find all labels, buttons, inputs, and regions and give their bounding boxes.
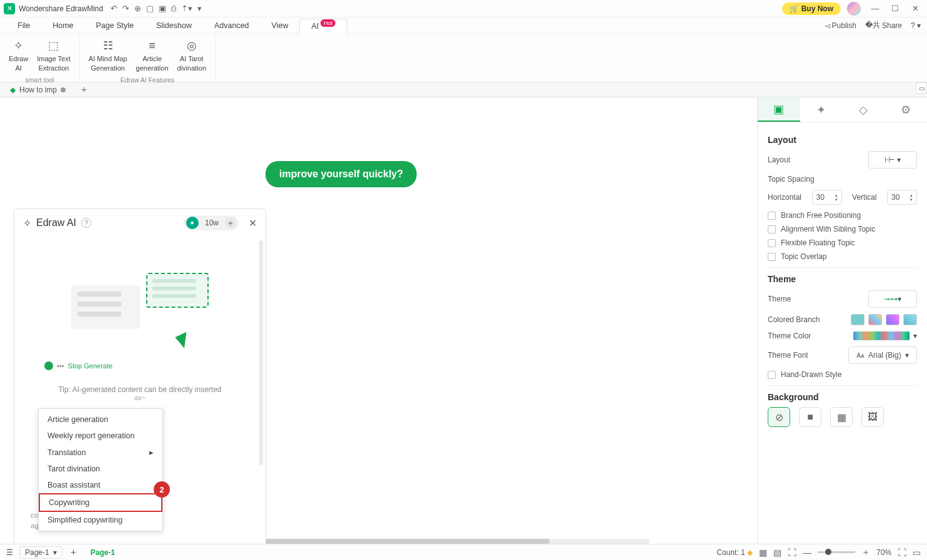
ai-panel-title: Edraw AI [36,217,76,228]
menu-slideshow[interactable]: Slideshow [145,19,203,32]
publish-button[interactable]: ◅ Publish [825,21,856,30]
fullscreen-icon[interactable]: ⛶ [898,548,906,558]
branch-swatch-2[interactable] [868,314,882,325]
ai-sparkle-icon: ✧ [23,217,31,229]
add-page-button[interactable]: ＋ [69,546,78,558]
help-icon[interactable]: ? [81,218,91,228]
branch-swatch-3[interactable] [886,314,900,325]
collapse-panel-button[interactable]: ▭ [916,82,927,94]
branch-swatch-1[interactable] [851,314,865,325]
ai-illustration [71,268,209,355]
ctx-weekly-report[interactable]: Weekly report generation [39,428,162,444]
view-grid-icon[interactable]: ▦ [759,548,767,558]
ctx-simplified-copy[interactable]: Simplified copywriting [39,512,162,528]
chevron-down-icon[interactable]: ▾ [913,332,917,340]
ai-scrollbar[interactable] [259,240,263,465]
print-icon[interactable]: ⎙ [171,4,176,13]
menu-file[interactable]: File [6,19,41,32]
export-icon[interactable]: ⇡▾ [181,4,192,13]
zoom-value: 70% [876,548,891,557]
zoom-out-button[interactable]: — [803,548,811,558]
ai-panel-header: ✧ Edraw AI ? ✦ 10w + ✕ [14,209,265,237]
zoom-in-button[interactable]: ＋ [861,547,870,558]
image-text-button[interactable]: ⬚Image TextExtraction [33,36,74,75]
new-tab-button[interactable]: ＋ [76,84,92,96]
side-tab-settings[interactable]: ⚙ [885,97,927,122]
bg-none[interactable]: ⊘ [768,407,790,427]
tarot-icon: ◎ [187,39,197,53]
maximize-button[interactable]: ☐ [887,4,903,13]
close-panel-button[interactable]: ✕ [249,217,257,229]
app-logo: ✕ [4,3,15,14]
help-button[interactable]: ? ▾ [911,21,921,30]
bg-solid[interactable]: ■ [799,407,821,427]
ctx-article-gen[interactable]: Article generation [39,411,162,428]
save-icon[interactable]: ▣ [159,4,166,13]
ctx-translation[interactable]: Translation▸ [39,444,162,461]
user-avatar[interactable] [847,2,861,16]
main-area: improve yourself quickly? ✧ Edraw AI ? ✦… [0,97,927,544]
theme-color-bar[interactable] [853,332,910,340]
ai-context-menu: Article generation Weekly report generat… [38,408,163,531]
add-tokens-button[interactable]: + [225,217,236,228]
side-tab-tag[interactable]: ◇ [843,97,885,122]
theme-font-dropdown[interactable]: Aᴀ Arial (Big) ▾ [848,346,917,364]
edraw-ai-panel: ✧ Edraw AI ? ✦ 10w + ✕ [14,209,266,560]
article-gen-button[interactable]: ≡Articlegeneration [132,36,172,75]
view-list-icon[interactable]: ▤ [773,548,781,558]
theme-dropdown[interactable]: ⊸⊶ ▾ [868,290,917,308]
central-topic[interactable]: improve yourself quickly? [265,161,417,187]
document-tabs: ◆ How to imp ＋ [0,82,927,97]
zoom-slider[interactable] [818,551,855,553]
menu-page-style[interactable]: Page Style [85,19,145,32]
mindmap-gen-button[interactable]: ☷AI Mind MapGeneration [85,36,131,75]
ctx-copywriting[interactable]: Copywriting [39,493,162,512]
branch-swatch-4[interactable] [903,314,917,325]
document-tab[interactable]: ◆ How to imp [5,84,71,96]
ai-panel-body: •••Stop Generate Tip: AI-generated conte… [14,237,265,560]
canvas[interactable]: improve yourself quickly? ✧ Edraw AI ? ✦… [0,97,757,544]
ribbon-group-smart: ✧EdrawAI ⬚Image TextExtraction smart too… [0,34,80,82]
menu-advanced[interactable]: Advanced [203,19,260,32]
bg-pattern[interactable]: ▦ [830,407,853,427]
layout-dropdown[interactable]: ⊦⊢ ▾ [868,151,917,169]
new-icon[interactable]: ⊕ [134,4,141,13]
horizontal-spinner[interactable]: 30▴▾ [812,190,842,205]
chk-overlap[interactable]: Topic Overlap [768,252,917,261]
token-chip[interactable]: ✦ 10w + [184,215,239,230]
ribbon-group-features-label: Edraw AI Features [121,76,174,84]
ctx-tarot[interactable]: Tarot divination [39,461,162,477]
chk-alignment[interactable]: Alignment With Sibling Topic [768,225,917,233]
redo-icon[interactable]: ↷ [122,4,129,13]
chk-flexible[interactable]: Flexible Floating Topic [768,238,917,247]
menu-home[interactable]: Home [41,19,84,32]
outline-toggle[interactable]: ☰ [6,548,13,557]
ctx-boast[interactable]: Boast assistant [39,477,162,493]
share-button[interactable]: �共 Share [865,20,902,31]
close-button[interactable]: ✕ [907,4,923,13]
page-tab[interactable]: Page-1 [84,548,121,557]
stop-generate[interactable]: •••Stop Generate [44,361,254,370]
more-icon[interactable]: ▾ [197,4,202,13]
buy-now-button[interactable]: 🛒 Buy Now [782,2,841,15]
chk-branch-free[interactable]: Branch Free Positioning [768,211,917,220]
view-fit-icon[interactable]: ⛶ [788,548,796,558]
menu-view[interactable]: View [260,19,300,32]
minimize-button[interactable]: — [867,4,883,13]
menu-ai[interactable]: AIHot [299,19,347,34]
undo-icon[interactable]: ↶ [111,4,117,13]
doc-icon: ◆ [10,86,16,94]
present-icon[interactable]: ▭ [913,548,921,558]
side-tab-layout[interactable]: ▣ [758,97,800,122]
ai-tip-sub: as~ [26,394,254,401]
open-icon[interactable]: ▢ [146,4,154,13]
side-tab-style[interactable]: ✦ [800,97,843,122]
chk-hand-drawn[interactable]: Hand-Drawn Style [768,370,917,379]
edraw-ai-button[interactable]: ✧EdrawAI [5,36,32,75]
tarot-button[interactable]: ◎AI Tarotdivination [174,36,210,75]
doc-name: How to imp [19,86,57,94]
page-select[interactable]: Page-1 ▾ [19,546,62,559]
bg-image[interactable]: 🖼 [861,407,884,427]
menu-bar: File Home Page Style Slideshow Advanced … [0,17,927,34]
vertical-spinner[interactable]: 30▴▾ [887,190,917,205]
